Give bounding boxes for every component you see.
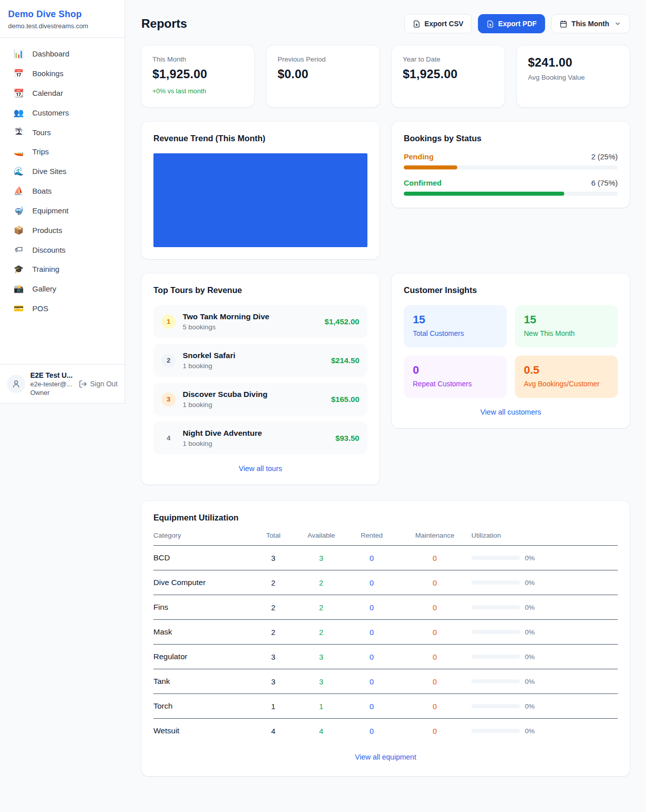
sidebar-item-dive-sites[interactable]: 🌊 Dive Sites [0, 161, 125, 181]
sidebar-item-trips[interactable]: 🚤 Trips [0, 142, 125, 161]
cell-category: Tank [153, 677, 249, 686]
sidebar: Demo Dive Shop demo.test.divestreams.com… [0, 0, 125, 403]
header-actions: Export CSV Export PDF This Month [404, 14, 630, 33]
graduation-cap-icon: 🎓 [13, 264, 24, 274]
equipment-table-header: Category Total Available Rented Maintena… [153, 532, 618, 546]
sidebar-item-label: Dive Sites [32, 167, 67, 176]
status-label: Pending [404, 152, 434, 161]
tour-bookings: 5 bookings [183, 323, 317, 331]
sidebar-item-pos[interactable]: 💳 POS [0, 299, 125, 318]
sidebar-item-equipment[interactable]: 🤿 Equipment [0, 201, 125, 220]
sign-out-button[interactable]: Sign Out [79, 380, 118, 388]
utilization-track [471, 556, 520, 560]
user-email: e2e-tester@... [30, 380, 74, 388]
cell-maintenance: 0 [398, 578, 471, 587]
sidebar-item-label: Customers [32, 108, 69, 117]
utilization-track [471, 581, 520, 585]
export-csv-button[interactable]: Export CSV [404, 14, 472, 33]
period-label: This Month [571, 20, 609, 28]
table-row: Mask 2 2 0 0 0% [153, 620, 618, 645]
stat-card-previous-period: Previous Period $0.00 [266, 45, 380, 107]
stat-label: Avg Booking Value [528, 74, 619, 81]
page-title: Reports [141, 17, 187, 31]
cell-rented: 0 [345, 603, 398, 612]
utilization-percent: 0% [525, 653, 535, 661]
sidebar-item-training[interactable]: 🎓 Training [0, 259, 125, 279]
utilization-track [471, 630, 520, 634]
cell-available: 3 [297, 677, 345, 686]
sidebar-item-tours[interactable]: 🏝 Tours [0, 123, 125, 142]
insights-row: Top Tours by Revenue 1 Two Tank Morning … [141, 273, 630, 485]
cell-rented: 0 [345, 727, 398, 735]
page-header: Reports Export CSV Export PDF This Month [141, 14, 630, 33]
cell-rented: 0 [345, 578, 398, 587]
tour-revenue: $214.50 [331, 356, 359, 365]
cell-rented: 0 [345, 653, 398, 661]
sidebar-header: Demo Dive Shop demo.test.divestreams.com [0, 0, 125, 38]
credit-card-icon: 💳 [13, 304, 24, 313]
view-all-customers-link[interactable]: View all customers [404, 408, 618, 416]
sidebar-item-discounts[interactable]: 🏷 Discounts [0, 240, 125, 259]
charts-row: Revenue Trend (This Month) Bookings by S… [141, 122, 630, 259]
sidebar-item-calendar[interactable]: 📆 Calendar [0, 83, 125, 103]
utilization-percent: 0% [525, 628, 535, 636]
view-all-equipment-link[interactable]: View all equipment [153, 753, 618, 761]
rank-badge: 4 [162, 431, 176, 445]
user-role: Owner [30, 389, 74, 396]
progress-fill [404, 192, 564, 196]
stat-card-avg-booking-value: $241.00 Avg Booking Value [517, 45, 630, 107]
tour-revenue: $165.00 [331, 395, 359, 404]
cell-utilization: 0% [471, 628, 618, 636]
column-header-rented: Rented [345, 532, 398, 539]
table-row: Dive Computer 2 2 0 0 0% [153, 570, 618, 595]
stat-label: This Month [152, 55, 243, 63]
user-meta: E2E Test U... e2e-tester@... Owner [30, 371, 74, 396]
insight-value: 0 [413, 364, 498, 377]
cell-total: 4 [249, 727, 297, 735]
period-dropdown[interactable]: This Month [551, 14, 630, 33]
sidebar-item-customers[interactable]: 👥 Customers [0, 103, 125, 123]
sidebar-item-dashboard[interactable]: 📊 Dashboard [0, 44, 125, 64]
top-tours-card: Top Tours by Revenue 1 Two Tank Morning … [141, 273, 380, 485]
revenue-trend-chart [153, 153, 367, 247]
insight-tile-total-customers: 15 Total Customers [404, 305, 507, 347]
revenue-trend-title: Revenue Trend (This Month) [153, 134, 367, 143]
utilization-track [471, 704, 520, 708]
rank-badge: 2 [162, 354, 176, 368]
column-header-utilization: Utilization [471, 532, 618, 539]
column-header-maintenance: Maintenance [398, 532, 471, 539]
cell-maintenance: 0 [398, 727, 471, 735]
wave-icon: 🌊 [13, 166, 24, 176]
sidebar-item-gallery[interactable]: 📸 Gallery [0, 279, 125, 299]
tour-bookings: 1 booking [183, 440, 329, 447]
cell-available: 1 [297, 702, 345, 711]
table-row: Regulator 3 3 0 0 0% [153, 645, 618, 669]
file-download-icon [487, 20, 494, 28]
stat-delta: +0% vs last month [152, 87, 243, 95]
view-all-tours-link[interactable]: View all tours [153, 465, 367, 473]
tour-row: 4 Night Dive Adventure 1 booking $93.50 [153, 422, 367, 454]
rank-badge: 3 [162, 392, 176, 407]
sidebar-nav: 📊 Dashboard 📅 Bookings 📆 Calendar 👥 Cust… [0, 38, 125, 364]
insight-value: 15 [413, 313, 498, 326]
cell-maintenance: 0 [398, 677, 471, 686]
export-pdf-button[interactable]: Export PDF [478, 14, 545, 33]
people-icon: 👥 [13, 108, 24, 118]
tour-bookings: 1 booking [183, 362, 324, 370]
cell-rented: 0 [345, 702, 398, 711]
status-count: 6 (75%) [591, 179, 618, 187]
tour-row: 1 Two Tank Morning Dive 5 bookings $1,45… [153, 305, 367, 338]
utilization-percent: 0% [525, 579, 535, 587]
cell-utilization: 0% [471, 678, 618, 685]
stat-card-this-month: This Month $1,925.00 +0% vs last month [141, 45, 254, 107]
sidebar-item-products[interactable]: 📦 Products [0, 220, 125, 240]
cell-utilization: 0% [471, 653, 618, 661]
cell-total: 2 [249, 603, 297, 612]
sidebar-item-label: POS [32, 304, 48, 313]
column-header-category: Category [153, 532, 249, 539]
table-row: Torch 1 1 0 0 0% [153, 694, 618, 719]
cell-category: BCD [153, 553, 249, 562]
sidebar-item-boats[interactable]: ⛵ Boats [0, 181, 125, 201]
insights-grid: 15 Total Customers 15 New This Month 0 R… [404, 305, 618, 398]
sidebar-item-bookings[interactable]: 📅 Bookings [0, 64, 125, 83]
